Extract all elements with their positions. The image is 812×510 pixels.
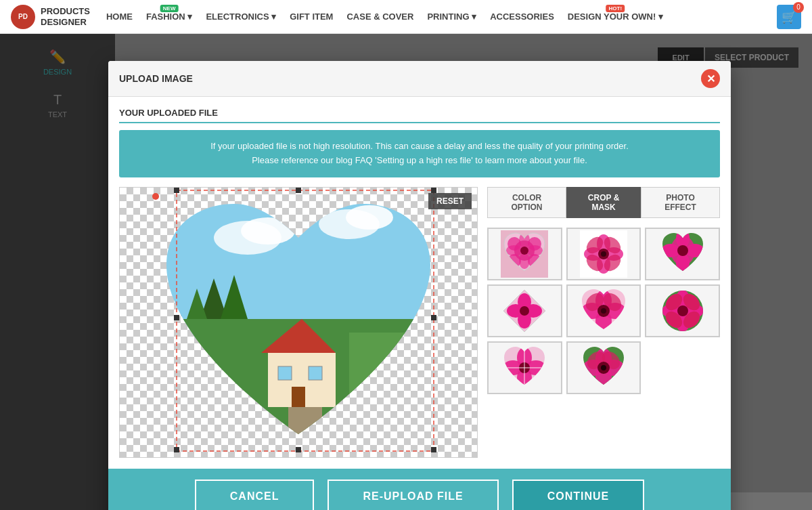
svg-rect-21 [431,447,436,452]
svg-rect-20 [174,447,179,452]
tab-photo-effect[interactable]: PHOTO EFFECT [641,187,720,218]
upload-image-modal: UPLOAD IMAGE ✕ YOUR UPLOADED FILE If you… [108,61,731,510]
svg-rect-19 [431,188,436,193]
modal-body: YOUR UPLOADED FILE If your uploaded file… [108,97,731,469]
image-crop-area[interactable]: RESET [119,187,478,458]
svg-rect-12 [278,366,292,380]
modal-subtitle: YOUR UPLOADED FILE [119,108,720,123]
continue-button[interactable]: CONTINUE [512,480,645,510]
cart-button[interactable]: 🛒 0 [777,5,801,29]
nav-home[interactable]: HOME [106,12,133,22]
nav-links: HOME NEW FASHION ▾ ELECTRONICS ▾ GIFT IT… [106,12,777,22]
mask-cell-7[interactable] [487,341,562,394]
modal-close-button[interactable]: ✕ [701,69,720,88]
nav-electronics[interactable]: ELECTRONICS ▾ [206,12,276,22]
tab-color-option[interactable]: COLOR OPTION [487,187,566,218]
mask-cell-4[interactable] [487,284,562,337]
modal-footer: CANCEL RE-UPLOAD FILE CONTINUE [108,469,731,510]
reupload-button[interactable]: RE-UPLOAD FILE [328,480,498,510]
nav-accessories[interactable]: ACCESSORIES [490,12,554,22]
svg-point-100 [601,365,606,370]
svg-point-48 [601,251,606,257]
svg-point-53 [661,244,680,257]
red-dot-marker [152,193,159,200]
svg-rect-24 [174,315,179,320]
svg-rect-18 [174,188,179,193]
mask-cell-8[interactable] [566,341,641,394]
svg-point-54 [685,244,704,257]
heart-image-container [146,187,451,458]
modal-header: UPLOAD IMAGE ✕ [108,61,731,97]
nav-fashion[interactable]: NEW FASHION ▾ [146,12,192,22]
navbar: PD PRODUCTS DESIGNER HOME NEW FASHION ▾ … [0,0,812,34]
cancel-button[interactable]: CANCEL [195,480,315,510]
svg-rect-14 [292,387,305,407]
nav-printing[interactable]: PRINTING ▾ [427,12,476,22]
hot-badge: HOT! [606,5,625,12]
mask-cell-1[interactable] [487,228,562,280]
logo-icon: PD [11,5,35,29]
svg-point-52 [676,253,690,272]
svg-rect-23 [296,447,301,452]
mask-cell-6[interactable] [645,284,720,337]
nav-design-your-own[interactable]: HOT! DESIGN YOUR OWN! ▾ [568,12,663,22]
mask-shapes-grid [487,228,720,394]
mask-cell-3[interactable] [645,228,720,280]
nav-case-cover[interactable]: CASE & COVER [346,12,413,22]
reset-button[interactable]: RESET [428,193,472,209]
svg-point-3 [241,217,295,245]
warning-banner: If your uploaded file is not high resolu… [119,130,720,177]
svg-point-35 [506,245,522,256]
svg-rect-15 [288,407,322,448]
svg-point-62 [520,306,529,316]
modal-title: UPLOAD IMAGE [119,73,193,84]
image-and-options: RESET [119,187,720,458]
logo-text: PRODUCTS DESIGNER [41,6,90,27]
main-area: ✏️ DESIGN T TEXT EDIT COLOR SELECT PRODU… [0,34,812,510]
tabs-row: COLOR OPTION CROP & MASK PHOTO EFFECT [487,187,720,218]
svg-point-5 [346,205,393,230]
svg-point-34 [519,253,530,269]
nav-gift-item[interactable]: GIFT ITEM [290,12,333,22]
svg-rect-13 [309,366,322,380]
mask-cell-5[interactable] [566,284,641,337]
cart-count: 0 [793,2,804,13]
new-badge: NEW [160,5,179,12]
svg-rect-25 [431,315,436,320]
right-panel: COLOR OPTION CROP & MASK PHOTO EFFECT [487,187,720,458]
svg-rect-22 [296,188,301,193]
svg-point-72 [601,308,606,314]
logo[interactable]: PD PRODUCTS DESIGNER [11,5,90,29]
svg-point-83 [677,305,688,316]
tab-crop-mask[interactable]: CROP & MASK [566,187,641,218]
svg-rect-16 [349,333,430,441]
svg-point-37 [520,247,528,255]
svg-point-36 [526,245,543,256]
mask-cell-2[interactable] [566,228,641,280]
svg-point-55 [677,245,688,256]
